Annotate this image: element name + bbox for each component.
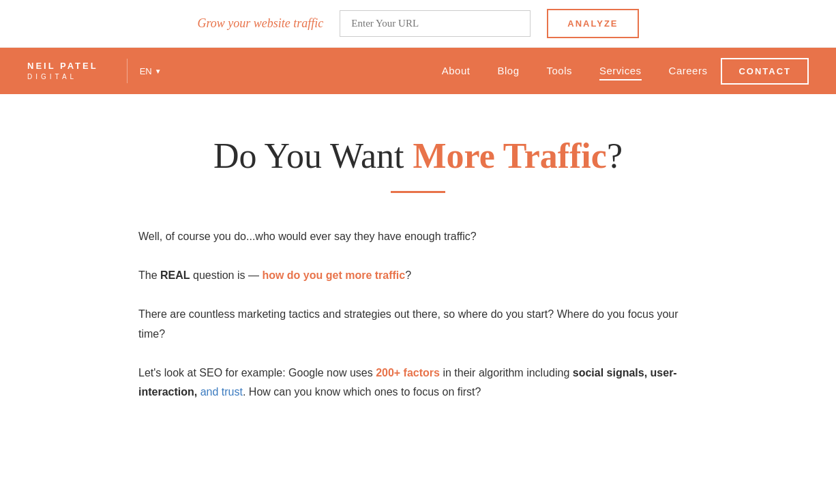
- nav-divider: [127, 59, 128, 83]
- navbar: NEIL PATEL DIGITAL EN ▼ About Blog Tools…: [0, 48, 836, 94]
- paragraph-4: Let's look at SEO for example: Google no…: [138, 364, 698, 403]
- top-bar: Grow your website traffic ANALYZE: [0, 0, 836, 48]
- paragraph-3: There are countless marketing tactics an…: [138, 305, 698, 344]
- language-selector[interactable]: EN ▼: [140, 66, 162, 76]
- nav-item-services[interactable]: Services: [599, 65, 642, 77]
- heading-underline: [391, 191, 445, 193]
- contact-button[interactable]: CONTACT: [721, 58, 809, 85]
- analyze-button[interactable]: ANALYZE: [547, 9, 638, 38]
- more-traffic-link[interactable]: how do you get more traffic: [262, 269, 405, 281]
- paragraph-2: The REAL question is — how do you get mo…: [138, 266, 698, 286]
- nav-item-careers[interactable]: Careers: [669, 65, 708, 77]
- nav-item-about[interactable]: About: [442, 65, 471, 77]
- chevron-down-icon: ▼: [155, 68, 162, 75]
- logo: NEIL PATEL DIGITAL: [27, 61, 98, 81]
- tagline: Grow your website traffic: [197, 16, 323, 31]
- trust-link[interactable]: and trust: [197, 386, 243, 398]
- hero-heading: Do You Want More Traffic?: [138, 135, 698, 177]
- url-input[interactable]: [340, 10, 531, 37]
- main-content: Do You Want More Traffic? Well, of cours…: [111, 94, 725, 449]
- nav-item-blog[interactable]: Blog: [497, 65, 519, 77]
- nav-item-tools[interactable]: Tools: [546, 65, 572, 77]
- paragraph-1: Well, of course you do...who would ever …: [138, 227, 698, 247]
- nav-links: About Blog Tools Services Careers: [442, 65, 708, 77]
